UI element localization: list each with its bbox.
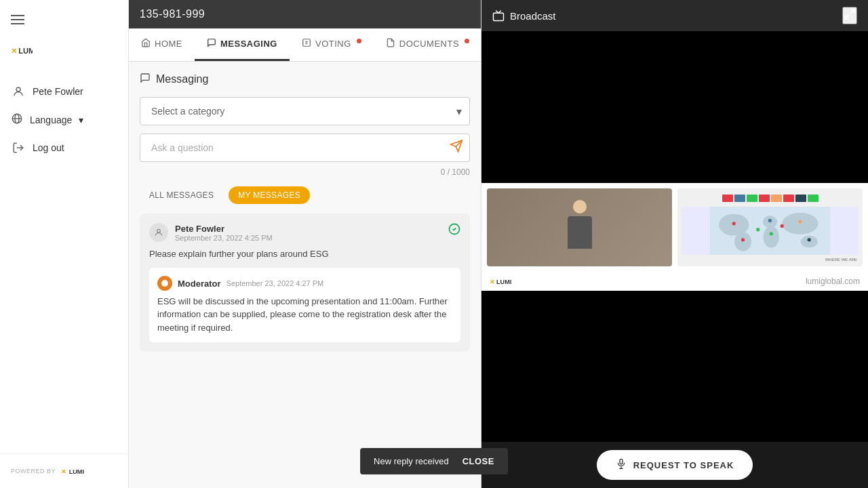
svg-point-24: [782, 212, 818, 234]
moderator-details: Moderator: [178, 277, 221, 289]
svg-text:LUMI: LUMI: [496, 279, 511, 285]
category-select[interactable]: Select a category: [140, 97, 470, 125]
documents-dot: [465, 39, 469, 43]
message-user-info: Pete Fowler September 23, 2022 4:25 PM: [149, 223, 273, 242]
powered-by-text: POWERED BY: [11, 468, 56, 474]
flag-1: [722, 195, 733, 202]
messaging-heading: Messaging: [156, 73, 208, 85]
slides-content: WHERE WE ARE: [677, 188, 863, 266]
moderator-reply: i Moderator September 23, 2022 4:27 PM E…: [149, 268, 460, 343]
left-panel: 135-981-999 HOME MESSAGING: [129, 0, 481, 488]
svg-text:i: i: [163, 281, 164, 285]
right-panel: Broadcast: [481, 0, 868, 488]
moderator-name: Moderator: [178, 279, 221, 289]
sidebar-item-language[interactable]: Language ▾: [0, 106, 128, 134]
svg-rect-36: [620, 459, 623, 464]
svg-line-18: [845, 16, 848, 19]
svg-point-23: [764, 226, 779, 247]
svg-text:✕: ✕: [61, 468, 66, 475]
message-check-icon: [448, 223, 460, 238]
tab-home[interactable]: HOME: [129, 28, 195, 61]
toast-message: New reply received: [374, 456, 449, 466]
tab-home-label: HOME: [155, 39, 182, 49]
my-messages-filter[interactable]: MY MESSAGES: [229, 186, 310, 204]
presenter-head: [573, 200, 587, 214]
tab-documents[interactable]: DOCUMENTS: [374, 28, 481, 61]
sidebar-nav: Pete Fowler Language ▾ Log out: [0, 72, 128, 453]
sidebar-logo: ✕ LUMI: [0, 39, 128, 72]
presenter-body: [568, 216, 592, 249]
person-icon: [11, 84, 26, 99]
broadcast-branding: ✕ LUMI lumiglobal.com: [481, 272, 868, 291]
thumbnail-slides[interactable]: WHERE WE ARE: [677, 188, 863, 266]
flag-4: [759, 195, 770, 202]
flag-2: [734, 195, 745, 202]
question-input[interactable]: [140, 134, 470, 162]
sidebar-item-logout[interactable]: Log out: [0, 134, 128, 162]
flag-3: [747, 195, 757, 202]
moderator-reply-text: ESG will be discussed in the upcoming pr…: [157, 295, 452, 335]
avatar: [149, 223, 168, 242]
where-we-are-text: WHERE WE ARE: [682, 257, 859, 262]
tab-voting-label: VOTING: [315, 39, 351, 49]
request-to-speak-button[interactable]: REQUEST TO SPEAK: [597, 450, 753, 480]
panel-header: 135-981-999: [129, 0, 481, 28]
tab-documents-label: DOCUMENTS: [399, 39, 459, 49]
messaging-title-icon: [140, 73, 151, 86]
svg-point-29: [798, 220, 802, 223]
message-filters: ALL MESSAGES MY MESSAGES: [140, 186, 470, 204]
toast-notification: New reply received CLOSE: [360, 448, 508, 474]
toast-close-button[interactable]: CLOSE: [462, 456, 494, 466]
broadcast-header: Broadcast: [481, 0, 868, 31]
all-messages-filter[interactable]: ALL MESSAGES: [140, 186, 223, 204]
sidebar-user-name: Pete Fowler: [33, 86, 117, 97]
broadcast-main-video: [481, 31, 868, 183]
microphone-icon: [616, 458, 627, 472]
slide-flags: [682, 192, 859, 205]
message-text: Please explain further your plans around…: [149, 247, 460, 261]
svg-point-30: [741, 238, 745, 241]
tab-voting[interactable]: VOTING: [290, 28, 374, 61]
broadcast-title: Broadcast: [492, 9, 556, 22]
footer-lumi-logo: ✕ LUMI: [61, 465, 95, 477]
svg-text:LUMI: LUMI: [69, 468, 84, 475]
request-to-speak-label: REQUEST TO SPEAK: [633, 460, 734, 470]
svg-point-32: [781, 224, 784, 227]
globe-icon: [11, 113, 23, 127]
sidebar-language-label: Language: [30, 115, 72, 125]
tab-messaging[interactable]: MESSAGING: [195, 28, 290, 61]
svg-point-31: [808, 238, 811, 241]
broadcast-bottom-video: [481, 291, 868, 443]
chevron-icon: ▾: [79, 115, 83, 125]
thumbnail-presenter[interactable]: [487, 188, 672, 266]
send-button[interactable]: [450, 140, 463, 157]
message-user-name: Pete Fowler: [175, 224, 273, 234]
flag-8: [808, 195, 818, 202]
slide-world-map: [682, 207, 859, 255]
moderator-icon: i: [157, 276, 172, 291]
flag-7: [795, 195, 806, 202]
tab-messaging-label: MESSAGING: [220, 39, 277, 49]
broadcast-title-text: Broadcast: [510, 10, 556, 22]
svg-text:LUMI: LUMI: [18, 47, 33, 55]
broadcast-thumbnails: WHERE WE ARE: [481, 183, 868, 272]
svg-line-17: [851, 9, 854, 13]
svg-point-28: [770, 232, 773, 235]
char-count: 0 / 1000: [140, 167, 470, 177]
flag-6: [783, 195, 794, 202]
svg-point-14: [161, 280, 168, 287]
svg-rect-16: [494, 13, 504, 20]
sidebar-item-user[interactable]: Pete Fowler: [0, 77, 128, 106]
broadcast-expand-button[interactable]: [842, 7, 857, 24]
svg-point-33: [756, 228, 760, 231]
tabs: HOME MESSAGING VOTING: [129, 28, 481, 62]
svg-point-27: [768, 218, 772, 222]
documents-icon: [386, 38, 395, 49]
message-timestamp: September 23, 2022 4:25 PM: [175, 234, 273, 242]
menu-icon[interactable]: [0, 0, 128, 39]
question-input-wrapper: [140, 134, 470, 162]
request-to-speak-bar: REQUEST TO SPEAK: [481, 442, 868, 488]
svg-text:✕: ✕: [490, 279, 495, 285]
presenter-figure: [563, 200, 597, 254]
lumi-brand-logo: ✕ LUMI: [490, 276, 524, 287]
